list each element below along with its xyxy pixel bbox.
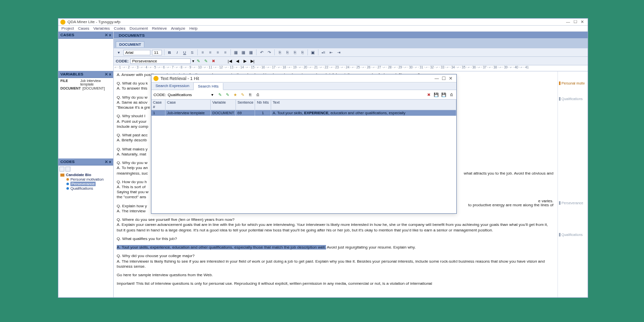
dropdown-icon[interactable]: ▾ — [209, 92, 215, 98]
nav-prev-button[interactable]: ◀ — [234, 58, 240, 64]
code-bar-label: CODE: — [116, 59, 129, 63]
col-variable[interactable]: Variable — [211, 100, 236, 110]
font-size-select[interactable]: 11 — [152, 50, 162, 55]
col-nb-hits[interactable]: Nb hits — [255, 100, 271, 110]
close-button[interactable]: ✕ — [579, 20, 586, 24]
variable-label: DOCUMENT — [60, 87, 80, 90]
code-tree-root[interactable]: Candidate Bio — [60, 173, 112, 177]
maximize-button[interactable]: ☐ — [572, 20, 579, 24]
col-case-num[interactable]: Case # — [151, 100, 166, 110]
menu-variables[interactable]: Variables — [94, 26, 110, 31]
code-tree-item-selected[interactable]: Perseverance — [66, 182, 112, 186]
code-marker[interactable]: Personal motiv — [559, 82, 587, 85]
tab-search-hits[interactable]: Search Hits — [194, 83, 223, 90]
remove-code-button[interactable]: ✖ — [211, 58, 217, 64]
doc-paragraph: A. Tout your skills, experience, educati… — [117, 245, 554, 250]
results-grid-row[interactable]: 1 Job-interview template DOCUMENT 69 1 A… — [151, 110, 456, 116]
apply-code-button[interactable]: ✎ — [196, 58, 202, 64]
codes-panel-header: CODES ⤫ x — [58, 158, 113, 166]
list-bullets-button[interactable]: •≡ — [320, 49, 327, 55]
outdent-button[interactable]: ⇤ — [328, 49, 334, 55]
tag-button[interactable]: ★ — [232, 92, 238, 98]
minimize-button[interactable]: — — [565, 20, 572, 24]
code-label: Perseverance — [70, 182, 96, 186]
toolbar-button[interactable]: ⎘ — [292, 49, 298, 55]
menu-help[interactable]: Help — [189, 26, 197, 31]
pin-icon[interactable]: ⤫ — [105, 159, 108, 164]
codes-tool-button[interactable] — [65, 167, 70, 172]
toolbar-button[interactable]: ▦ — [233, 49, 239, 55]
document-label[interactable]: DOCUMENT — [116, 41, 144, 47]
apply-code-button[interactable]: ✎ — [203, 58, 209, 64]
font-name-select[interactable]: Arial — [123, 50, 150, 55]
code-bar-input[interactable]: Perseverance — [130, 58, 191, 64]
codes-toolbar — [59, 167, 112, 172]
dialog-title: Text Retrieval - 1 Hit — [160, 76, 199, 81]
redo-button[interactable]: ↷ — [266, 49, 272, 55]
align-justify-button[interactable]: ≡ — [222, 49, 228, 55]
dropdown-icon[interactable]: ▾ — [116, 49, 122, 55]
tab-search-expression[interactable]: Search Expression — [151, 83, 194, 90]
col-sentence[interactable]: Sentence — [236, 100, 255, 110]
note-button[interactable]: ✎ — [239, 92, 246, 98]
pin-icon[interactable]: ⤫ — [105, 72, 108, 76]
menu-document[interactable]: Document — [129, 26, 147, 31]
menu-cases[interactable]: Cases — [78, 26, 90, 31]
doc-paragraph: Go here for sample interview questions f… — [117, 273, 554, 278]
toolbar-button[interactable]: ⎘ — [277, 49, 283, 55]
close-button[interactable]: ✕ — [447, 76, 454, 81]
documents-tab[interactable]: DOCUMENTS — [116, 33, 148, 38]
undo-button[interactable]: ↶ — [259, 49, 265, 55]
menu-codes[interactable]: Codes — [114, 26, 125, 31]
dropdown-icon[interactable]: ▾ — [192, 59, 194, 63]
maximize-button[interactable]: ☐ — [440, 76, 447, 81]
close-icon[interactable]: x — [109, 159, 111, 164]
menu-analyze[interactable]: Analyze — [171, 26, 185, 31]
close-icon[interactable]: x — [109, 33, 111, 37]
pin-icon[interactable]: ⤫ — [105, 33, 108, 37]
variables-panel-header: VARIABLES ⤫ x — [58, 71, 113, 78]
code-root-label: Candidate Bio — [66, 173, 91, 177]
code-marker[interactable]: Qualifications — [559, 233, 587, 236]
cases-panel-body[interactable] — [58, 39, 113, 71]
export-button[interactable]: ⎙ — [255, 92, 261, 98]
save-button[interactable]: 💾 — [441, 92, 447, 98]
toolbar-button[interactable]: ⎘ — [284, 49, 290, 55]
doc-paragraph: Important! This list of interview questi… — [117, 281, 554, 286]
menu-project[interactable]: Project — [61, 26, 74, 31]
toolbar-button[interactable]: ▦ — [240, 49, 247, 55]
code-tree-item[interactable]: Qualifications — [66, 186, 112, 191]
copy-button[interactable]: ⎘ — [247, 92, 253, 98]
align-right-button[interactable]: ≡ — [215, 49, 221, 55]
italic-button[interactable]: I — [174, 49, 180, 55]
apply-code-button[interactable]: ✎ — [224, 92, 230, 98]
align-left-button[interactable]: ≡ — [200, 49, 206, 55]
code-marker[interactable]: Perseverance — [559, 201, 587, 205]
code-tree-item[interactable]: Personal motivation — [66, 177, 112, 182]
delete-button[interactable]: ✖ — [426, 92, 432, 98]
toolbar-button[interactable]: ▣ — [310, 49, 316, 55]
minimize-button[interactable]: — — [433, 76, 440, 81]
strike-button[interactable]: S — [189, 49, 195, 55]
toolbar-button[interactable]: ▦ — [248, 49, 254, 55]
toolbar-button[interactable]: ⎘ — [299, 49, 305, 55]
close-icon[interactable]: x — [109, 72, 111, 76]
save-button[interactable]: 💾 — [433, 92, 439, 98]
apply-code-button[interactable]: ✎ — [217, 92, 223, 98]
nav-first-button[interactable]: |◀ — [227, 58, 233, 64]
codes-tool-button[interactable] — [59, 167, 64, 172]
code-marker[interactable]: Qualifications — [559, 97, 587, 101]
dialog-code-input[interactable]: Qualifications — [168, 93, 208, 97]
print-button[interactable]: ⎙ — [448, 92, 454, 98]
col-text[interactable]: Text — [271, 100, 456, 110]
indent-button[interactable]: ⇥ — [336, 49, 342, 55]
nav-next-button[interactable]: ▶ — [242, 58, 248, 64]
col-case[interactable]: Case — [166, 100, 211, 110]
menu-retrieve[interactable]: Retrieve — [152, 26, 167, 31]
nav-last-button[interactable]: ▶| — [250, 58, 256, 64]
title-bar: QDA Miner Lite - Tgssggy.wfp — ☐ ✕ — [58, 19, 588, 26]
variable-value: Job interview template — [80, 79, 111, 86]
align-center-button[interactable]: ≡ — [207, 49, 213, 55]
underline-button[interactable]: U — [182, 49, 188, 55]
bold-button[interactable]: B — [167, 49, 173, 55]
